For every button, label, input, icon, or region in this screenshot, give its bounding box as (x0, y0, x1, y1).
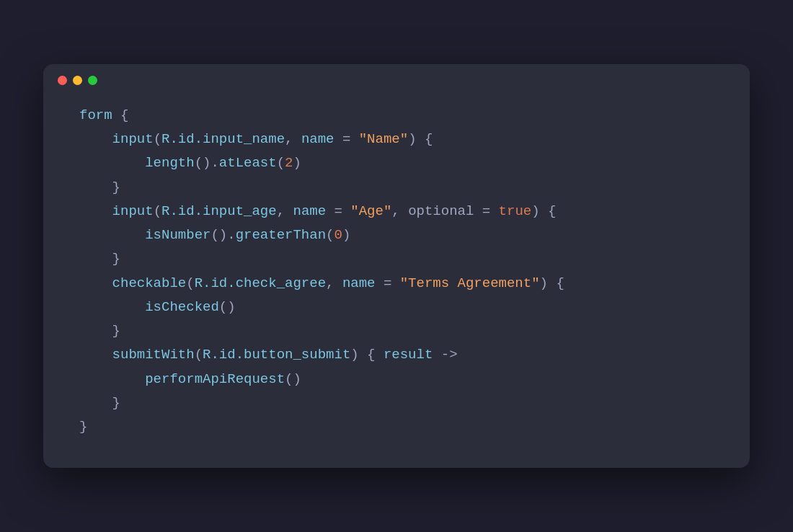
close-button[interactable] (58, 76, 67, 85)
minimize-button[interactable] (73, 76, 82, 85)
titlebar (43, 64, 750, 97)
code-content: form { input(R.id.input_name, name = "Na… (43, 97, 750, 469)
maximize-button[interactable] (88, 76, 97, 85)
code-editor-window: form { input(R.id.input_name, name = "Na… (43, 64, 750, 469)
